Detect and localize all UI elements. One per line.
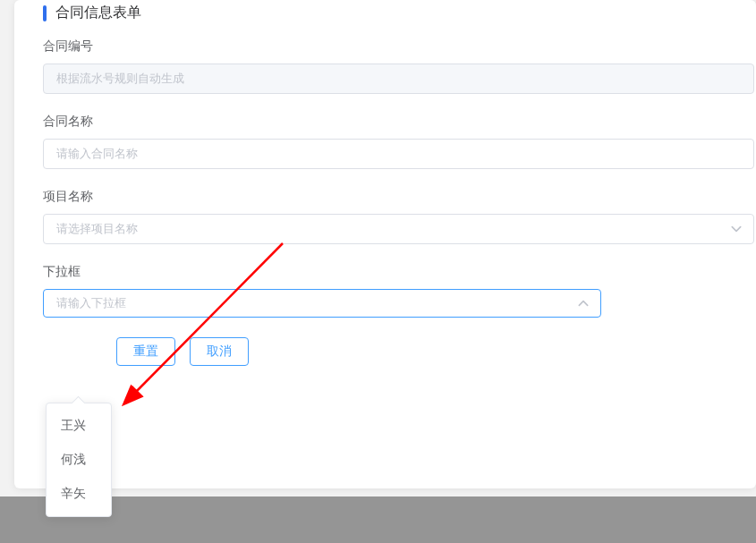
field-project-name: 项目名称 请选择项目名称 xyxy=(43,189,756,244)
form-title: 合同信息表单 xyxy=(55,4,141,22)
dropdown-option-2[interactable]: 辛矢 xyxy=(47,477,111,511)
label-project-name: 项目名称 xyxy=(43,189,756,205)
label-dropdown: 下拉框 xyxy=(43,264,756,280)
dropdown-panel: 王兴 何浅 辛矢 xyxy=(46,403,112,517)
dropdown-input[interactable]: 请输入下拉框 xyxy=(43,289,601,318)
input-contract-name[interactable]: 请输入合同名称 xyxy=(43,139,754,169)
chevron-up-icon xyxy=(577,297,590,310)
title-accent-bar xyxy=(43,5,47,21)
placeholder-dropdown: 请输入下拉框 xyxy=(56,295,126,311)
placeholder-project-name: 请选择项目名称 xyxy=(56,221,138,237)
label-contract-no: 合同编号 xyxy=(43,38,756,55)
button-row: 占位 重置 取消 xyxy=(43,337,756,366)
placeholder-contract-name: 请输入合同名称 xyxy=(56,146,138,162)
reset-button[interactable]: 重置 xyxy=(116,337,175,366)
input-contract-no: 根据流水号规则自动生成 xyxy=(43,64,754,94)
placeholder-contract-no: 根据流水号规则自动生成 xyxy=(56,71,184,87)
chevron-down-icon xyxy=(730,223,743,235)
field-dropdown: 下拉框 请输入下拉框 xyxy=(43,264,756,318)
field-contract-name: 合同名称 请输入合同名称 xyxy=(43,114,756,169)
dropdown-option-1[interactable]: 何浅 xyxy=(47,443,111,477)
form-title-row: 合同信息表单 xyxy=(43,4,756,22)
dropdown-option-0[interactable]: 王兴 xyxy=(47,409,111,443)
form-card: 合同信息表单 合同编号 根据流水号规则自动生成 合同名称 请输入合同名称 项目名… xyxy=(14,0,756,488)
cancel-button[interactable]: 取消 xyxy=(190,337,249,366)
select-project-name[interactable]: 请选择项目名称 xyxy=(43,214,754,244)
field-contract-no: 合同编号 根据流水号规则自动生成 xyxy=(43,38,756,94)
label-contract-name: 合同名称 xyxy=(43,114,756,130)
